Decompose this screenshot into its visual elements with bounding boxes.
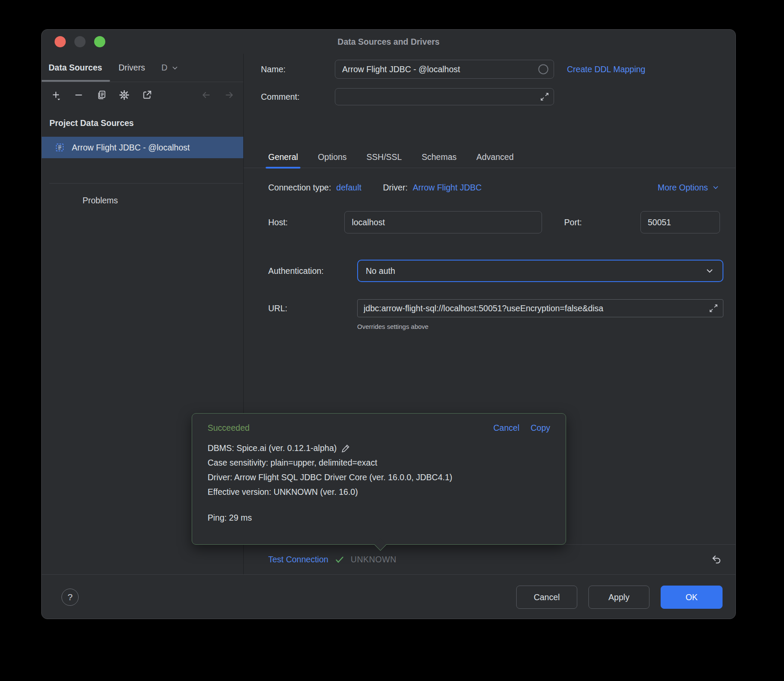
apply-button[interactable]: Apply	[588, 586, 649, 609]
close-window-button[interactable]	[55, 36, 66, 47]
status-succeeded: Succeeded	[208, 423, 250, 433]
more-options-link[interactable]: More Options	[658, 183, 720, 193]
port-label: Port:	[564, 218, 640, 227]
sidebar-item-problems[interactable]: Problems	[42, 184, 243, 206]
traffic-lights	[55, 30, 105, 54]
authentication-value: No auth	[366, 266, 395, 276]
chevron-down-icon	[171, 64, 179, 72]
name-label: Name:	[261, 64, 335, 74]
chevron-down-icon	[704, 266, 715, 276]
forward-icon[interactable]	[224, 89, 235, 101]
dialog-footer: ? Cancel Apply OK	[42, 574, 735, 619]
tab-advanced[interactable]: Advanced	[476, 147, 514, 168]
url-input[interactable]: jdbc:arrow-flight-sql://localhost:50051?…	[357, 299, 723, 317]
port-input[interactable]	[640, 211, 720, 233]
sidebar-tab-bar: Data Sources Drivers D	[42, 54, 243, 82]
sidebar-toolbar	[42, 82, 243, 108]
authentication-select[interactable]: No auth	[357, 260, 723, 282]
progress-circle-icon	[537, 63, 550, 76]
test-connection-link[interactable]: Test Connection	[268, 555, 328, 564]
name-input[interactable]	[335, 60, 554, 79]
tab-ssh-ssl[interactable]: SSH/SSL	[367, 147, 402, 168]
title-bar: Data Sources and Drivers	[42, 30, 735, 54]
edit-pencil-icon[interactable]	[341, 443, 351, 453]
undo-icon[interactable]	[710, 554, 723, 566]
tab-options[interactable]: Options	[318, 147, 346, 168]
test-connection-result-popup: Succeeded Cancel Copy DBMS: Spice.ai (ve…	[192, 413, 566, 545]
expand-icon[interactable]	[708, 303, 719, 313]
test-status-text: UNKNOWN	[351, 555, 396, 564]
gear-icon[interactable]	[119, 89, 130, 101]
url-label: URL:	[268, 304, 357, 313]
duplicate-icon[interactable]	[96, 89, 107, 101]
tab-overflow[interactable]: D	[161, 54, 179, 82]
chevron-down-icon	[711, 183, 720, 192]
zoom-window-button[interactable]	[94, 36, 105, 47]
window-title: Data Sources and Drivers	[337, 37, 439, 47]
create-ddl-mapping-link[interactable]: Create DDL Mapping	[567, 64, 645, 74]
data-source-item[interactable]: Arrow Flight JDBC - @localhost	[42, 137, 243, 158]
tab-schemas[interactable]: Schemas	[422, 147, 456, 168]
add-icon[interactable]	[50, 89, 61, 101]
project-data-sources-header: Project Data Sources	[42, 108, 243, 133]
ping-line: Ping: 29 ms	[208, 513, 550, 523]
minimize-window-button[interactable]	[74, 36, 86, 47]
driver-label: Driver:	[383, 183, 407, 193]
popup-cancel-link[interactable]: Cancel	[493, 423, 520, 433]
url-caption: Overrides settings above	[357, 323, 429, 330]
driver-line: Driver: Arrow Flight SQL JDBC Driver Cor…	[208, 470, 550, 485]
connection-type-label: Connection type:	[268, 183, 331, 193]
expand-icon[interactable]	[539, 92, 550, 102]
host-label: Host:	[268, 218, 344, 227]
test-connection-row: Test Connection UNKNOWN	[244, 544, 735, 574]
remove-icon[interactable]	[73, 89, 84, 101]
help-button[interactable]: ?	[61, 589, 79, 606]
tab-general[interactable]: General	[268, 147, 298, 168]
authentication-label: Authentication:	[268, 266, 357, 276]
host-input[interactable]	[344, 211, 542, 233]
data-source-table-icon	[55, 142, 65, 153]
popup-copy-link[interactable]: Copy	[530, 423, 550, 433]
effective-version-line: Effective version: UNKNOWN (ver. 16.0)	[208, 485, 550, 499]
settings-tab-bar: General Options SSH/SSL Schemas Advanced	[244, 147, 735, 168]
open-in-new-icon[interactable]	[141, 89, 153, 101]
data-source-item-label: Arrow Flight JDBC - @localhost	[72, 143, 190, 153]
cancel-button[interactable]: Cancel	[516, 586, 577, 609]
back-icon[interactable]	[201, 89, 212, 101]
check-icon	[334, 555, 345, 565]
tab-drivers[interactable]: Drivers	[119, 54, 145, 82]
dbms-line: DBMS: Spice.ai (ver. 0.12.1-alpha)	[208, 441, 550, 455]
case-sensitivity-line: Case sensitivity: plain=upper, delimited…	[208, 455, 550, 470]
data-sources-dialog: Data Sources and Drivers Data Sources Dr…	[41, 29, 736, 619]
ok-button[interactable]: OK	[661, 586, 723, 609]
comment-input[interactable]	[335, 88, 554, 105]
connection-type-value-link[interactable]: default	[336, 183, 361, 193]
driver-value-link[interactable]: Arrow Flight JDBC	[413, 183, 481, 193]
url-value: jdbc:arrow-flight-sql://localhost:50051?…	[364, 304, 603, 313]
comment-label: Comment:	[261, 92, 335, 102]
tab-data-sources[interactable]: Data Sources	[49, 54, 102, 82]
